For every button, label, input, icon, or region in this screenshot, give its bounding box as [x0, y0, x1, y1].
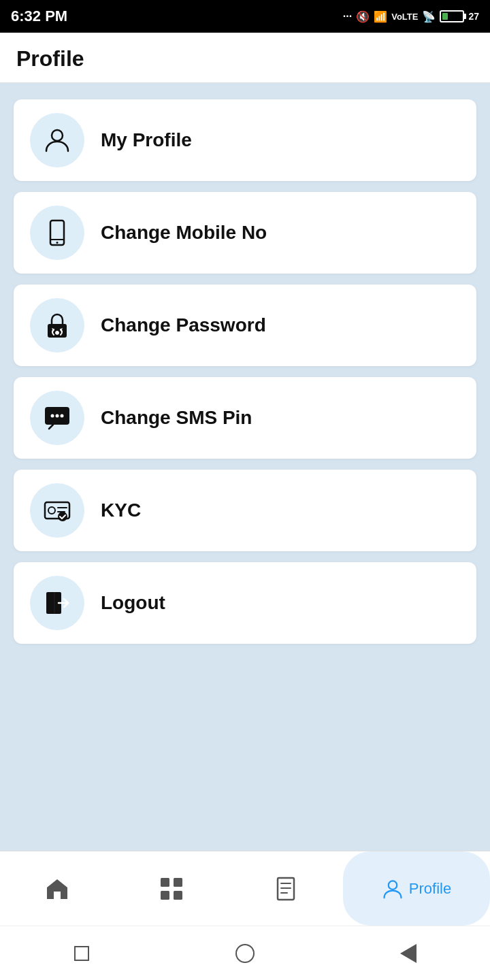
kyc-item[interactable]: KYC	[14, 470, 476, 551]
nav-profile-label: Profile	[409, 880, 451, 898]
change-password-item[interactable]: Change Password	[14, 284, 476, 366]
nav-grid[interactable]	[114, 851, 229, 926]
kyc-label: KYC	[101, 500, 141, 521]
nav-home[interactable]	[0, 851, 114, 926]
change-password-label: Change Password	[101, 314, 266, 336]
change-mobile-item[interactable]: Change Mobile No	[14, 192, 476, 274]
profile-nav-icon	[382, 878, 404, 900]
signal-icon: 📶	[374, 10, 387, 23]
lte-icon: VoLTE	[391, 12, 418, 22]
my-profile-icon-circle	[30, 113, 84, 167]
change-sms-pin-item[interactable]: Change SMS Pin	[14, 377, 476, 459]
lock-icon	[42, 310, 72, 340]
grid-nav-icon	[159, 877, 184, 901]
change-sms-pin-label: Change SMS Pin	[101, 407, 252, 429]
wifi-icon: 📡	[422, 10, 436, 23]
mute-icon: 🔇	[356, 10, 370, 23]
svg-rect-16	[161, 878, 169, 887]
svg-point-10	[48, 507, 55, 514]
change-mobile-icon-circle	[30, 206, 84, 260]
main-content: My Profile Change Mobile No	[0, 83, 490, 851]
svg-point-0	[52, 130, 63, 141]
bottom-nav: Profile	[0, 851, 490, 926]
svg-point-24	[389, 881, 397, 889]
nav-document[interactable]	[229, 851, 343, 926]
system-back-btn[interactable]	[396, 941, 421, 966]
dots-icon: ···	[343, 10, 352, 22]
logout-icon-circle	[30, 576, 84, 630]
id-card-icon	[42, 495, 72, 525]
page-header: Profile	[0, 33, 490, 83]
status-time: 6:32 PM	[11, 7, 67, 25]
status-icons: ··· 🔇 📶 VoLTE 📡 27	[343, 10, 479, 23]
change-mobile-label: Change Mobile No	[101, 222, 267, 244]
svg-point-3	[56, 242, 59, 244]
mobile-icon	[42, 218, 72, 248]
logout-label: Logout	[101, 592, 165, 614]
my-profile-label: My Profile	[101, 129, 192, 151]
svg-point-6	[51, 414, 54, 418]
svg-rect-17	[174, 878, 182, 887]
system-nav	[0, 926, 490, 980]
my-profile-item[interactable]: My Profile	[14, 99, 476, 181]
svg-rect-19	[174, 891, 182, 900]
battery-percent: 27	[468, 11, 479, 22]
nav-profile[interactable]: Profile	[343, 851, 490, 926]
chat-icon	[42, 403, 72, 433]
page-title: Profile	[16, 46, 474, 71]
document-nav-icon	[274, 877, 298, 901]
svg-rect-1	[50, 220, 64, 245]
status-bar: 6:32 PM ··· 🔇 📶 VoLTE 📡 27	[0, 0, 490, 33]
system-square-btn[interactable]	[69, 941, 94, 966]
logout-icon	[42, 588, 72, 618]
change-sms-pin-icon-circle	[30, 391, 84, 445]
system-circle-btn[interactable]	[233, 941, 257, 966]
svg-point-8	[61, 414, 64, 418]
svg-point-7	[56, 414, 59, 418]
battery-icon	[440, 10, 464, 22]
logout-item[interactable]: Logout	[14, 562, 476, 644]
kyc-icon-circle	[30, 483, 84, 538]
user-icon	[42, 125, 72, 155]
svg-rect-18	[161, 891, 169, 900]
change-password-icon-circle	[30, 298, 84, 353]
home-nav-icon	[45, 877, 69, 901]
